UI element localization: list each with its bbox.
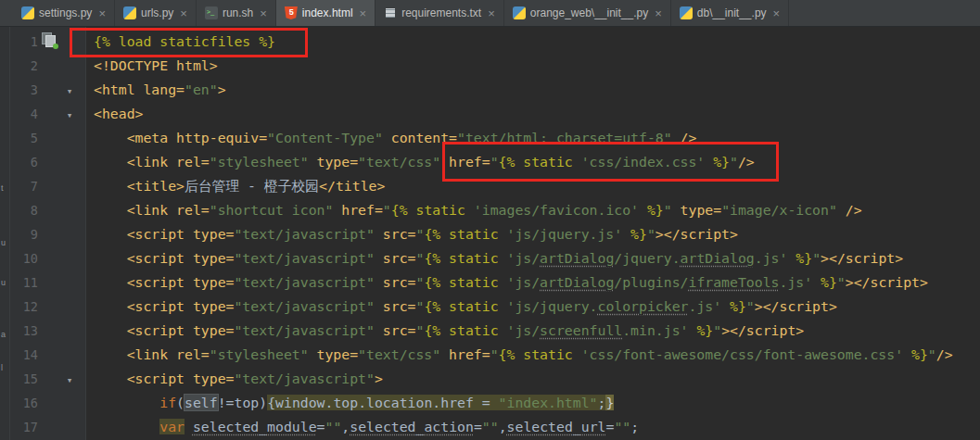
code-segment: .js' xyxy=(779,274,812,290)
code-segment: if xyxy=(159,395,176,410)
code-segment: artDialog xyxy=(681,250,755,266)
line-number[interactable]: 14 xyxy=(10,343,38,367)
tool-window-label-fragment: u xyxy=(1,278,6,287)
code-segment: <link xyxy=(94,346,176,362)
code-line-6[interactable]: <link rel="stylesheet" type="text/css" h… xyxy=(94,150,980,174)
gutter-file-icon[interactable] xyxy=(42,32,57,48)
code-line-15[interactable]: <script type="text/javascript"> xyxy=(94,367,980,391)
code-segment: type= xyxy=(193,322,235,338)
close-icon[interactable]: × xyxy=(488,7,495,19)
code-segment: 'js/ xyxy=(506,250,540,266)
tool-window-label-fragment: a xyxy=(1,330,6,339)
line-number[interactable]: 9 xyxy=(10,222,38,246)
code-area[interactable]: {% load staticfiles %}<!DOCTYPE html><ht… xyxy=(86,27,980,440)
tab-urls.py[interactable]: urls.py× xyxy=(115,0,197,26)
tool-window-label-fragment: l xyxy=(1,363,3,372)
code-segment: "text/javascript" xyxy=(234,274,374,290)
tab-db-init-.py[interactable]: db\__init__.py× xyxy=(671,0,789,26)
code-segment: "image/x-icon" xyxy=(721,202,837,218)
gutter-line: 10 xyxy=(10,246,85,270)
code-line-3[interactable]: <html lang="en"> xyxy=(94,78,980,102)
code-segment: top xyxy=(235,395,260,410)
code-segment: "" xyxy=(325,419,342,434)
code-segment: var xyxy=(159,419,185,434)
line-number[interactable]: 15 xyxy=(10,367,38,391)
close-icon[interactable]: × xyxy=(773,7,781,19)
code-line-5[interactable]: <meta http-equiv="Content-Type" content=… xyxy=(94,126,980,150)
code-segment: artDialog xyxy=(540,274,614,290)
code-segment: {% static xyxy=(424,226,506,242)
line-number[interactable]: 8 xyxy=(10,198,38,222)
line-number[interactable]: 2 xyxy=(10,54,38,78)
code-line-12[interactable]: <script type="text/javascript" src="{% s… xyxy=(94,295,980,319)
line-number[interactable]: 10 xyxy=(10,246,38,270)
code-segment: ></script> xyxy=(846,274,928,290)
line-number[interactable]: 12 xyxy=(10,295,38,319)
code-segment: " xyxy=(383,202,391,218)
code-line-13[interactable]: <script type="text/javascript" src="{% s… xyxy=(94,319,980,343)
fold-icon[interactable] xyxy=(62,78,77,104)
tab-orange-web-init-.py[interactable]: orange_web\__init__.py× xyxy=(504,0,671,26)
code-segment: "text/javascript" xyxy=(234,298,374,314)
line-number[interactable]: 5 xyxy=(10,126,38,150)
code-line-8[interactable]: <link rel="shortcut icon" href="{% stati… xyxy=(94,198,980,222)
code-line-9[interactable]: <script type="text/javascript" src="{% s… xyxy=(94,222,980,246)
code-line-17[interactable]: var selected_module="",selected_action="… xyxy=(94,415,980,439)
tab-label: settings.py xyxy=(39,6,92,19)
shell-file-icon xyxy=(205,6,218,19)
close-icon[interactable]: × xyxy=(98,7,106,19)
code-segment: <link xyxy=(94,154,176,170)
code-line-2[interactable]: <!DOCTYPE html> xyxy=(94,54,980,78)
code-segment: {% static xyxy=(424,298,506,314)
tab-index.html[interactable]: index.html× xyxy=(276,0,375,26)
line-number[interactable]: 3 xyxy=(10,78,38,102)
line-number[interactable]: 4 xyxy=(10,102,38,126)
code-line-14[interactable]: <link rel="stylesheet" type="text/css" h… xyxy=(94,343,980,367)
code-line-1[interactable]: {% load staticfiles %} xyxy=(94,30,980,54)
code-segment: {% static xyxy=(424,250,506,266)
code-segment: 'js/ xyxy=(506,274,540,290)
fold-icon[interactable] xyxy=(62,102,77,128)
code-segment: selected_url xyxy=(507,419,606,434)
text-file-icon xyxy=(384,6,397,19)
code-segment: href= xyxy=(440,346,490,362)
gutter-line: 6 xyxy=(10,150,85,174)
code-line-16[interactable]: if(self!=top){window.top.location.href =… xyxy=(94,391,980,415)
gutter-line: 15 xyxy=(10,367,85,391)
code-segment: %} xyxy=(721,298,746,314)
code-segment: } xyxy=(605,395,614,410)
code-segment: "stylesheet" xyxy=(210,346,309,362)
code-line-10[interactable]: <script type="text/javascript" src="{% s… xyxy=(94,246,980,270)
editor: tuual 1234567891011121314151617 {% load … xyxy=(0,27,980,440)
line-number[interactable]: 11 xyxy=(10,270,38,295)
close-icon[interactable]: × xyxy=(180,7,187,19)
code-segment: " xyxy=(490,346,499,362)
line-number[interactable]: 17 xyxy=(10,415,38,439)
close-icon[interactable]: × xyxy=(260,7,267,19)
tab-settings.py[interactable]: settings.py× xyxy=(13,0,115,26)
code-segment: 'images/favicon.ico' xyxy=(474,202,639,218)
code-segment: href= xyxy=(440,154,490,170)
code-segment: http-equiv= xyxy=(176,130,267,145)
line-number[interactable]: 13 xyxy=(10,319,38,343)
line-number[interactable]: 7 xyxy=(10,174,38,198)
close-icon[interactable]: × xyxy=(655,7,662,19)
tab-label: db\__init__.py xyxy=(697,6,767,19)
line-number[interactable]: 6 xyxy=(10,150,38,174)
code-segment: = xyxy=(317,419,325,434)
tab-run.sh[interactable]: run.sh× xyxy=(197,0,276,26)
code-line-7[interactable]: <title>后台管理 - 橙子校园</title> xyxy=(94,174,980,198)
tab-requirements.txt[interactable]: requirements.txt× xyxy=(375,0,504,26)
code-segment: /> xyxy=(936,346,953,362)
gutter-line: 12 xyxy=(10,295,85,319)
code-segment: %} xyxy=(903,346,928,362)
fold-icon[interactable] xyxy=(62,367,77,393)
line-number[interactable]: 16 xyxy=(10,391,38,415)
line-number[interactable]: 1 xyxy=(10,30,38,54)
code-line-11[interactable]: <script type="text/javascript" src="{% s… xyxy=(94,270,980,295)
code-line-4[interactable]: <head> xyxy=(94,102,980,126)
code-segment: type= xyxy=(309,154,358,170)
close-icon[interactable]: × xyxy=(360,7,367,19)
code-segment: {window.top.location.href = xyxy=(267,395,498,410)
code-segment: 'js/jquery. xyxy=(506,298,597,314)
